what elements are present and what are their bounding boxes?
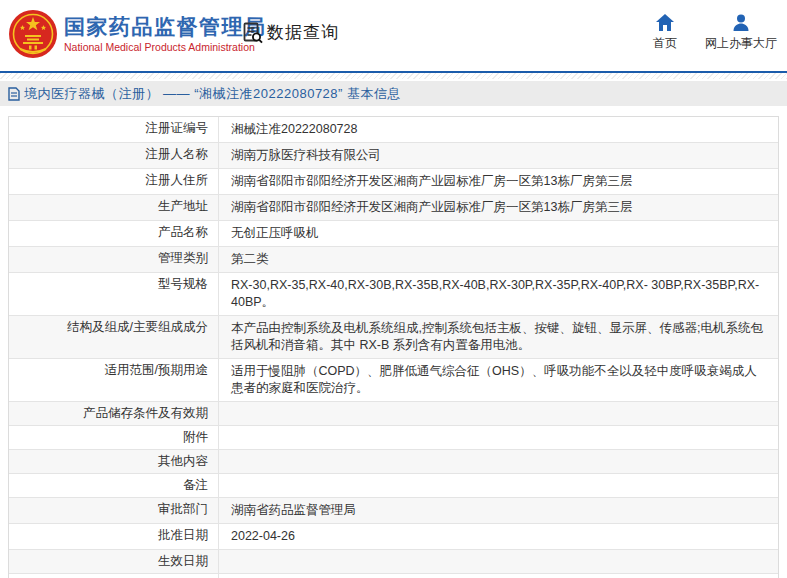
row-value: 2027-04-25 (219, 574, 778, 578)
data-query-label: 数据查询 (267, 21, 339, 44)
table-row: 生产地址湖南省邵阳市邵阳经济开发区湘商产业园标准厂房一区第13栋厂房第三层 (9, 195, 778, 221)
site-subtitle: National Medical Products Administration (64, 40, 267, 54)
row-value: 2022-04-26 (219, 524, 778, 549)
nav-online-service-hall[interactable]: 网上办事大厅 (705, 13, 777, 52)
data-query-tab[interactable]: 数据查询 (243, 21, 339, 44)
china-national-emblem-icon (8, 9, 58, 59)
table-row: 审批部门湖南省药品监督管理局 (9, 498, 778, 524)
table-row: 适用范围/预期用途适用于慢阻肺（COPD）、肥胖低通气综合征（OHS）、呼吸功能… (9, 359, 778, 402)
hatch-strip (0, 73, 787, 79)
table-row: 结构及组成/主要组成成分本产品由控制系统及电机系统组成,控制系统包括主板、按键、… (9, 316, 778, 359)
nmpa-logo[interactable]: 国家药品监督管理局 National Medical Products Admi… (8, 9, 267, 59)
row-label: 管理类别 (9, 247, 219, 272)
row-value: 湖南省邵阳市邵阳经济开发区湘商产业园标准厂房一区第13栋厂房第三层 (219, 195, 778, 220)
row-label: 批准日期 (9, 524, 219, 549)
info-table: 注册证编号湘械注准20222080728注册人名称湖南万脉医疗科技有限公司注册人… (8, 116, 779, 578)
table-row: 注册证编号湘械注准20222080728 (9, 117, 778, 143)
row-label: 备注 (9, 474, 219, 497)
document-search-icon (243, 22, 263, 44)
row-label: 产品名称 (9, 221, 219, 246)
table-row: 有效期至2027-04-25 (9, 574, 778, 578)
row-value: 无创正压呼吸机 (219, 221, 778, 246)
nav-hall-label: 网上办事大厅 (705, 35, 777, 52)
row-label: 其他内容 (9, 450, 219, 473)
row-value (219, 550, 778, 573)
table-row: 备注 (9, 474, 778, 498)
table-row: 附件 (9, 426, 778, 450)
row-label: 有效期至 (9, 574, 219, 578)
table-row: 批准日期2022-04-26 (9, 524, 778, 550)
row-value (219, 402, 778, 425)
row-value: RX-30,RX-35,RX-40,RX-30B,RX-35B,RX-40B,R… (219, 273, 778, 315)
table-row: 型号规格RX-30,RX-35,RX-40,RX-30B,RX-35B,RX-4… (9, 273, 778, 316)
table-row: 生效日期 (9, 550, 778, 574)
row-value: 湖南省药品监督管理局 (219, 498, 778, 523)
breadcrumb-text: 境内医疗器械（注册） —— “湘械注准20222080728” 基本信息 (24, 85, 401, 103)
nav-home-label: 首页 (653, 35, 677, 52)
row-value (219, 426, 778, 449)
row-label: 适用范围/预期用途 (9, 359, 219, 401)
row-label: 生产地址 (9, 195, 219, 220)
row-label: 注册人名称 (9, 143, 219, 168)
row-value: 本产品由控制系统及电机系统组成,控制系统包括主板、按键、旋钮、显示屏、传感器;电… (219, 316, 778, 358)
row-value: 适用于慢阻肺（COPD）、肥胖低通气综合征（OHS）、呼吸功能不全以及轻中度呼吸… (219, 359, 778, 401)
breadcrumb: 境内医疗器械（注册） —— “湘械注准20222080728” 基本信息 (0, 81, 787, 106)
home-icon (655, 13, 675, 32)
site-title: 国家药品监督管理局 (64, 14, 267, 40)
row-label: 注册证编号 (9, 117, 219, 142)
row-label: 附件 (9, 426, 219, 449)
document-icon (8, 87, 20, 101)
row-label: 生效日期 (9, 550, 219, 573)
row-value (219, 474, 778, 497)
nav-home[interactable]: 首页 (653, 13, 677, 52)
row-label: 审批部门 (9, 498, 219, 523)
page-header: 国家药品监督管理局 National Medical Products Admi… (0, 0, 787, 71)
row-value: 湖南万脉医疗科技有限公司 (219, 143, 778, 168)
row-label: 型号规格 (9, 273, 219, 315)
table-row: 其他内容 (9, 450, 778, 474)
user-icon (731, 13, 751, 32)
row-value: 湘械注准20222080728 (219, 117, 778, 142)
row-value (219, 450, 778, 473)
table-row: 注册人住所湖南省邵阳市邵阳经济开发区湘商产业园标准厂房一区第13栋厂房第三层 (9, 169, 778, 195)
table-row: 注册人名称湖南万脉医疗科技有限公司 (9, 143, 778, 169)
table-row: 产品储存条件及有效期 (9, 402, 778, 426)
row-label: 注册人住所 (9, 169, 219, 194)
row-label: 产品储存条件及有效期 (9, 402, 219, 425)
row-value: 湖南省邵阳市邵阳经济开发区湘商产业园标准厂房一区第13栋厂房第三层 (219, 169, 778, 194)
row-label: 结构及组成/主要组成成分 (9, 316, 219, 358)
row-value: 第二类 (219, 247, 778, 272)
table-row: 产品名称无创正压呼吸机 (9, 221, 778, 247)
top-nav: 首页 网上办事大厅 (653, 13, 777, 52)
table-row: 管理类别第二类 (9, 247, 778, 273)
